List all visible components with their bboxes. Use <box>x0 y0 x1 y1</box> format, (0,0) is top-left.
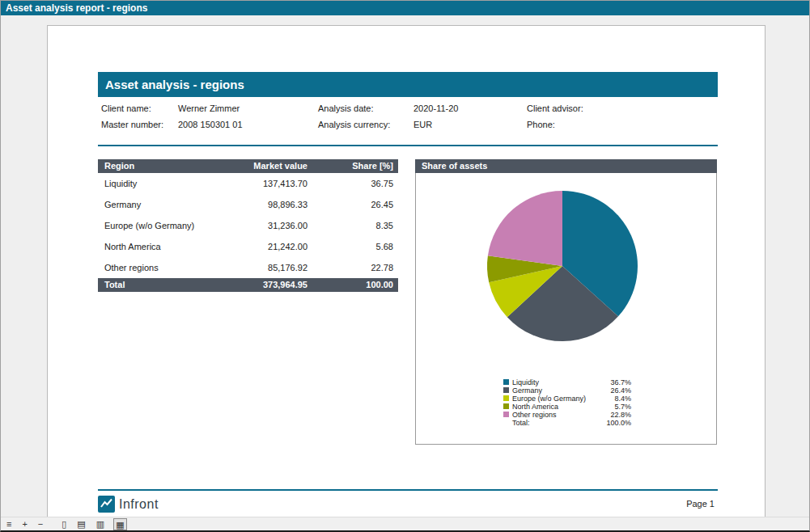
legend-swatch <box>503 379 509 385</box>
region-cell: Other regions <box>104 257 218 278</box>
status-toolbar: ≡+−▯▤▥▦ <box>1 517 809 530</box>
legend-value: 100.0% <box>599 419 631 427</box>
legend-row: Liquidity36.7% <box>503 378 631 386</box>
share-cell: Share [%] <box>307 159 393 173</box>
market-value-cell: 21,242.00 <box>218 236 307 257</box>
share-cell: 22.78 <box>307 257 393 278</box>
info-label: Master number: <box>101 120 178 136</box>
legend-label: Germany <box>512 386 599 395</box>
facing-pages-view-icon[interactable]: ▥ <box>95 518 106 530</box>
info-label: Client name: <box>101 103 178 120</box>
legend-label: North America <box>512 403 599 411</box>
infront-logo-icon <box>98 496 115 513</box>
menu-icon[interactable]: ≡ <box>5 518 13 530</box>
info-value <box>648 120 749 136</box>
share-cell: 100.00 <box>307 278 393 292</box>
table-row: Liquidity137,413.7036.75 <box>98 173 398 194</box>
info-value: Werner Zimmer <box>178 103 318 120</box>
legend-value: 36.7% <box>599 378 631 386</box>
info-value: 2008 150301 01 <box>178 120 318 136</box>
thumbnail-grid-view-icon[interactable]: ▦ <box>113 518 126 530</box>
region-table-body: Liquidity137,413.7036.75Germany98,896.33… <box>98 173 398 278</box>
window-title: Asset analysis report - regions <box>6 2 147 14</box>
table-row: Europe (w/o Germany)31,236.008.35 <box>98 215 398 236</box>
infront-logo-text: Infront <box>119 496 159 513</box>
continuous-view-icon[interactable]: ▤ <box>75 518 87 530</box>
market-value-cell: 137,413.70 <box>218 173 307 194</box>
share-cell: 8.35 <box>307 215 393 236</box>
legend-value: 22.8% <box>599 411 631 419</box>
legend-swatch <box>503 395 509 401</box>
legend-row: Germany26.4% <box>503 386 631 395</box>
legend-label: Europe (w/o Germany) <box>512 395 599 403</box>
pie-slice-4 <box>488 191 562 266</box>
report-title: Asset analysis - regions <box>105 78 244 91</box>
single-page-view-icon[interactable]: ▯ <box>60 518 68 530</box>
report-title-band: Asset analysis - regions <box>98 72 718 97</box>
legend-value: 8.4% <box>599 395 631 403</box>
zoom-in-icon[interactable]: + <box>20 518 28 530</box>
page-number-label: Page 1 <box>686 499 715 509</box>
share-cell: 26.45 <box>307 194 393 215</box>
market-value-cell: 85,176.92 <box>218 257 307 278</box>
chart-box: Liquidity36.7%Germany26.4%Europe (w/o Ge… <box>415 173 717 445</box>
info-value: EUR <box>413 120 527 136</box>
info-label: Analysis date: <box>318 103 413 120</box>
report-page: Asset analysis - regions Client name:Wer… <box>47 25 765 517</box>
share-of-assets-panel: Share of assets Liquidity36.7%Germany26.… <box>415 159 717 445</box>
region-cell: Europe (w/o Germany) <box>104 215 218 236</box>
info-label: Client advisor: <box>527 103 648 120</box>
market-value-cell: 31,236.00 <box>218 215 307 236</box>
market-value-cell: Market value <box>218 159 307 173</box>
legend-swatch <box>503 387 509 393</box>
table-row: Other regions85,176.9222.78 <box>98 257 398 278</box>
legend-row: North America5.7% <box>503 403 631 411</box>
region-cell: Liquidity <box>104 173 218 194</box>
legend-label: Liquidity <box>512 378 599 386</box>
legend-value: 5.7% <box>599 403 631 411</box>
info-value: 2020-11-20 <box>413 103 527 120</box>
pie-chart <box>486 189 639 343</box>
table-row: Germany98,896.3326.45 <box>98 194 398 215</box>
info-value <box>648 103 749 120</box>
chart-panel-title: Share of assets <box>422 161 487 171</box>
window-title-bar: Asset analysis report - regions <box>1 1 809 15</box>
region-cell: Total <box>104 278 218 292</box>
info-label: Analysis currency: <box>318 120 413 136</box>
chart-panel-header: Share of assets <box>415 159 717 173</box>
legend-row: Europe (w/o Germany)8.4% <box>503 395 631 403</box>
share-cell: 5.68 <box>307 236 393 257</box>
legend-label: Other regions <box>512 411 599 419</box>
chart-legend: Liquidity36.7%Germany26.4%Europe (w/o Ge… <box>503 378 631 427</box>
zoom-out-icon[interactable]: − <box>36 518 45 530</box>
header-divider <box>98 145 718 146</box>
region-cell: North America <box>104 236 218 257</box>
footer-divider <box>98 489 718 491</box>
market-value-cell: 98,896.33 <box>218 194 307 215</box>
region-table-total-row: Total373,964.95100.00 <box>98 278 398 292</box>
region-cell: Germany <box>104 194 218 215</box>
client-info: Client name:Werner ZimmerAnalysis date:2… <box>101 103 749 136</box>
legend-swatch <box>503 412 509 417</box>
share-cell: 36.75 <box>307 173 393 194</box>
legend-value: 26.4% <box>599 386 631 395</box>
legend-row: Other regions22.8% <box>503 411 631 419</box>
region-cell: Region <box>104 159 218 173</box>
region-table: RegionMarket valueShare [%] Liquidity137… <box>98 159 398 292</box>
info-label: Phone: <box>527 120 648 136</box>
legend-row: Total:100.0% <box>503 419 631 427</box>
legend-swatch <box>503 403 509 409</box>
legend-label: Total: <box>512 419 599 427</box>
table-row: North America21,242.005.68 <box>98 236 398 257</box>
region-table-header: RegionMarket valueShare [%] <box>98 159 398 173</box>
report-preview-area: Asset analysis - regions Client name:Wer… <box>1 15 809 517</box>
market-value-cell: 373,964.95 <box>218 278 307 292</box>
